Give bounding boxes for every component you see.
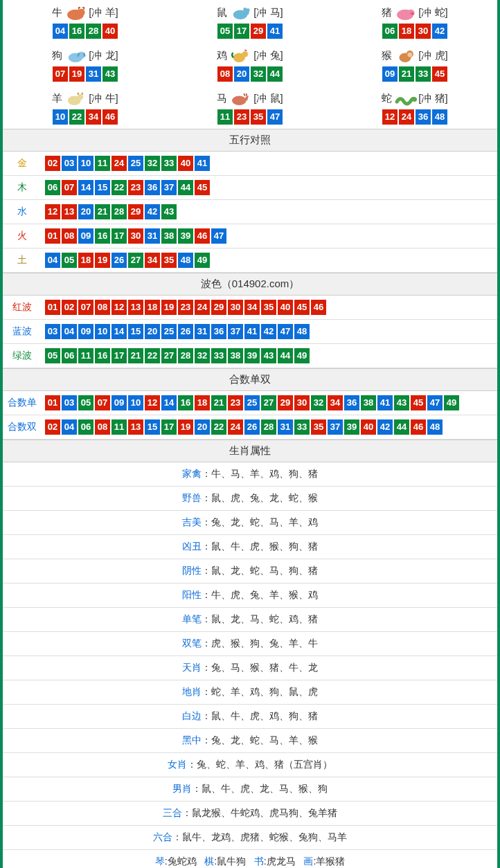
number-ball: 47 <box>427 395 443 410</box>
attr-row: 凶丑：鼠、牛、虎、猴、狗、猪 <box>3 535 497 559</box>
attr-row: 阴性：鼠、龙、蛇、马、狗、猪 <box>3 559 497 584</box>
monkey-icon <box>393 47 417 64</box>
rat-icon <box>229 4 252 21</box>
row-label: 蓝波 <box>3 325 42 338</box>
row-label: 金 <box>3 157 42 170</box>
row-label: 木 <box>3 181 42 194</box>
number-ball: 21 <box>128 348 143 363</box>
number-ball: 25 <box>244 395 260 410</box>
number-ball: 13 <box>128 419 143 435</box>
number-ball: 07 <box>53 66 68 82</box>
number-ball: 04 <box>62 324 77 339</box>
number-ball: 04 <box>62 419 77 435</box>
number-ball: 43 <box>261 348 276 363</box>
zodiac-name: 蛇 <box>382 92 392 105</box>
wuxing-rows: 金02031011242532334041木060714152223363744… <box>3 152 497 273</box>
number-ball: 04 <box>45 253 60 268</box>
data-row: 土04051819262734354849 <box>3 248 497 273</box>
number-ball: 24 <box>195 300 210 315</box>
number-ball: 18 <box>145 300 160 315</box>
number-ball: 12 <box>111 300 127 315</box>
data-row: 红波0102070812131819232429303435404546 <box>3 296 497 320</box>
number-ball: 45 <box>432 66 447 82</box>
number-ball: 29 <box>251 24 266 39</box>
shuxing-header: 生肖属性 <box>3 440 497 462</box>
svg-point-12 <box>242 51 249 57</box>
number-ball: 37 <box>328 419 343 435</box>
number-ball: 45 <box>411 395 426 410</box>
number-ball: 22 <box>211 419 226 435</box>
number-ball: 23 <box>234 109 249 125</box>
number-ball: 44 <box>394 419 409 435</box>
zodiac-name: 猪 <box>382 6 392 19</box>
zodiac-cell: 牛[冲 羊]04162840 <box>3 0 168 43</box>
zodiac-cell: 鼠[冲 马]05172941 <box>168 0 332 43</box>
number-ball: 48 <box>294 324 310 339</box>
number-ball: 30 <box>228 300 243 315</box>
number-ball: 30 <box>128 228 143 244</box>
zodiac-name: 羊 <box>52 92 62 105</box>
heshu-rows: 合数单0103050709101214161821232527293032343… <box>3 391 497 440</box>
zodiac-name: 猴 <box>382 49 392 62</box>
number-ball: 31 <box>278 419 293 435</box>
number-ball: 15 <box>145 419 160 435</box>
zodiac-grid: 牛[冲 羊]04162840鼠[冲 马]05172941猪[冲 蛇]061830… <box>3 0 497 129</box>
data-row: 金02031011242532334041 <box>3 152 497 176</box>
number-ball: 19 <box>95 253 110 268</box>
attr-row: 男肖：鼠、牛、虎、龙、马、猴、狗 <box>3 777 497 802</box>
attr-val: ：鼠、牛、虎、猴、狗、猪 <box>202 541 318 552</box>
number-ball: 35 <box>311 419 326 435</box>
attr-row: 天肖：兔、马、猴、猪、牛、龙 <box>3 656 497 680</box>
row-nums: 05061116172122272832333839434449 <box>42 348 310 363</box>
pig-icon <box>393 4 417 21</box>
row-nums: 0102070812131819232429303435404546 <box>42 300 327 315</box>
number-ball: 39 <box>244 348 260 363</box>
attr-key: 双笔 <box>182 638 202 649</box>
number-ball: 39 <box>344 419 359 435</box>
row-nums: 03040910141520252631363741424748 <box>42 324 310 339</box>
number-ball: 34 <box>86 109 101 125</box>
number-ball: 37 <box>228 324 243 339</box>
attr-row: 吉美：兔、龙、蛇、马、羊、鸡 <box>3 511 497 535</box>
number-ball: 48 <box>178 253 193 268</box>
zodiac-clash: [冲 鼠] <box>253 92 283 105</box>
number-ball: 07 <box>95 395 110 410</box>
svg-point-8 <box>411 12 414 15</box>
zodiac-name: 牛 <box>52 6 62 19</box>
number-ball: 20 <box>78 204 93 219</box>
attr-val: ：虎、猴、狗、兔、羊、牛 <box>202 638 318 649</box>
number-ball: 12 <box>382 109 398 125</box>
attr-key: 男肖 <box>172 783 192 794</box>
attr-key: 单笔 <box>182 613 202 624</box>
number-ball: 42 <box>377 419 393 435</box>
number-ball: 38 <box>228 348 243 363</box>
attr-val: ：鼠、牛、虎、鸡、狗、猪 <box>202 710 318 721</box>
number-ball: 35 <box>261 300 276 315</box>
number-ball: 40 <box>361 419 376 435</box>
row-nums: 1213202128294243 <box>42 204 177 219</box>
row-label: 水 <box>3 206 42 218</box>
attr-row: 白边：鼠、牛、虎、鸡、狗、猪 <box>3 705 497 729</box>
number-ball: 09 <box>78 228 93 244</box>
row-nums: 04051819262734354849 <box>42 253 211 268</box>
number-ball: 13 <box>128 300 143 315</box>
number-ball: 05 <box>62 253 77 268</box>
number-ball: 41 <box>267 24 283 39</box>
number-ball: 26 <box>178 324 193 339</box>
attr-key: 天肖 <box>182 662 202 673</box>
svg-point-15 <box>408 53 413 57</box>
row-label: 合数双 <box>3 421 42 433</box>
attr-val: ：鼠牛、龙鸡、虎猪、蛇猴、兔狗、马羊 <box>172 831 347 842</box>
row-label: 绿波 <box>3 350 42 362</box>
zodiac-nums: 07193143 <box>3 66 168 82</box>
attr-row: 双笔：虎、猴、狗、兔、羊、牛 <box>3 632 497 656</box>
number-ball: 32 <box>311 395 326 410</box>
number-ball: 08 <box>62 228 77 244</box>
number-ball: 27 <box>161 348 177 363</box>
row-nums: 06071415222336374445 <box>42 180 211 195</box>
number-ball: 23 <box>228 395 243 410</box>
data-row: 水1213202128294243 <box>3 200 497 224</box>
zodiac-nums: 09213345 <box>332 66 497 82</box>
heshu-header: 合数单双 <box>3 368 497 391</box>
number-ball: 19 <box>178 419 193 435</box>
